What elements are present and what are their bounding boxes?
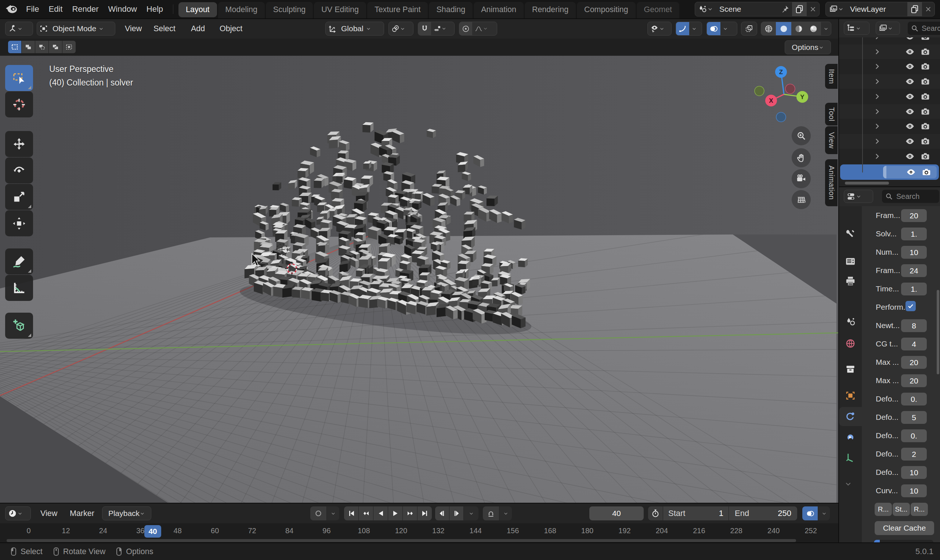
- workspace-tab-layout[interactable]: Layout: [179, 2, 217, 17]
- menu-help[interactable]: Help: [142, 2, 168, 16]
- scene-unlink-button[interactable]: [807, 2, 819, 16]
- disclosure-chevron-icon[interactable]: [873, 122, 881, 131]
- shading-settings[interactable]: [821, 22, 831, 35]
- outliner-search[interactable]: [908, 22, 940, 35]
- viewlayer-browse-button[interactable]: [826, 2, 846, 16]
- outliner-row[interactable]: [839, 45, 940, 59]
- property-value-field[interactable]: 10: [901, 246, 927, 259]
- timeline-menu-view[interactable]: View: [35, 506, 62, 520]
- auto-keying-settings[interactable]: [327, 506, 339, 520]
- properties-tab-physics[interactable]: [839, 407, 862, 426]
- eye-icon[interactable]: [905, 62, 915, 71]
- disclosure-chevron-icon[interactable]: [873, 137, 881, 146]
- viewport-canvas[interactable]: User Perspective (40) Collection | solve…: [0, 56, 838, 503]
- eye-icon[interactable]: [905, 92, 915, 101]
- nav-camera-view-button[interactable]: [792, 169, 811, 188]
- blender-logo-icon[interactable]: [5, 2, 18, 16]
- workspace-tab-rendering[interactable]: Rendering: [525, 2, 576, 18]
- options-dropdown[interactable]: Options: [785, 40, 831, 54]
- timeline-editor-type-button[interactable]: [5, 506, 31, 520]
- tool-move-button[interactable]: [5, 131, 33, 157]
- camera-icon[interactable]: [922, 167, 931, 177]
- disclosure-chevron-icon[interactable]: [873, 37, 881, 41]
- disclosure-chevron-icon[interactable]: [873, 77, 881, 86]
- outliner-row[interactable]: [839, 59, 940, 74]
- camera-icon[interactable]: [920, 37, 930, 42]
- property-value-field[interactable]: 1.: [901, 283, 927, 295]
- proportional-falloff[interactable]: [472, 22, 490, 35]
- property-value-field[interactable]: 24: [901, 264, 927, 277]
- eye-icon[interactable]: [905, 107, 915, 116]
- editor-type-button[interactable]: [5, 22, 33, 35]
- viewport-menu-select[interactable]: Select: [148, 22, 181, 35]
- clear-cache-button[interactable]: Clear Cache: [875, 521, 934, 535]
- workspace-tab-texture-paint[interactable]: Texture Paint: [367, 2, 428, 18]
- pivot-point-button[interactable]: [388, 22, 413, 35]
- eye-icon[interactable]: [905, 122, 915, 131]
- tool-measure-button[interactable]: [5, 275, 33, 301]
- sidebar-tab-view[interactable]: View: [825, 126, 838, 154]
- preview-range-settings[interactable]: [499, 506, 512, 520]
- gizmo-axis-neg-y[interactable]: [755, 86, 764, 96]
- menu-file[interactable]: File: [21, 2, 44, 16]
- scene-name[interactable]: Scene: [716, 5, 778, 14]
- properties-tab-scene[interactable]: [839, 312, 862, 331]
- navigation-gizmo[interactable]: ZXY: [749, 61, 812, 127]
- tool-transform-button[interactable]: [5, 210, 33, 236]
- gizmos-settings[interactable]: [689, 22, 699, 35]
- properties-search-input[interactable]: [895, 192, 936, 201]
- workspace-tab-modeling[interactable]: Modeling: [218, 2, 265, 18]
- scene-pin-button[interactable]: [778, 2, 792, 16]
- outliner-row[interactable]: [839, 37, 940, 44]
- camera-icon[interactable]: [920, 47, 930, 57]
- frame-end-field[interactable]: End250: [729, 506, 797, 520]
- playback-dropdown[interactable]: Playback: [102, 506, 151, 520]
- mode-selector[interactable]: Object Mode: [37, 22, 115, 35]
- property-value-field[interactable]: 2: [901, 448, 927, 460]
- next-keyframe-button[interactable]: [403, 506, 417, 520]
- shading-rendered[interactable]: [806, 22, 821, 35]
- shading-solid[interactable]: [776, 22, 791, 35]
- gizmo-axis-neg-z[interactable]: [776, 112, 786, 122]
- disclosure-chevron-icon[interactable]: [873, 92, 881, 101]
- previous-keyframe-button[interactable]: [359, 506, 373, 520]
- shading-material[interactable]: [791, 22, 806, 35]
- tool-rotate-button[interactable]: [5, 157, 33, 183]
- menu-edit[interactable]: Edit: [44, 2, 67, 16]
- jump-to-start-button[interactable]: [344, 506, 358, 520]
- camera-icon[interactable]: [920, 152, 930, 161]
- select-extend-button[interactable]: [22, 41, 35, 53]
- gizmos-toggle[interactable]: [676, 22, 689, 35]
- outliner-hscrollbar[interactable]: [845, 182, 889, 185]
- select-intersect-button[interactable]: [62, 41, 76, 53]
- outliner-row[interactable]: [839, 74, 940, 89]
- auto-keying-toggle[interactable]: [310, 506, 327, 520]
- sync-settings[interactable]: [818, 506, 830, 520]
- current-frame-field[interactable]: 40: [589, 506, 644, 520]
- outliner-row[interactable]: [839, 134, 940, 149]
- eye-icon[interactable]: [905, 77, 915, 86]
- viewlayer-selector[interactable]: ViewLayer: [826, 2, 935, 17]
- nav-pan-button[interactable]: [792, 148, 811, 167]
- disclosure-chevron-icon[interactable]: [873, 107, 881, 116]
- properties-tab-tool[interactable]: [839, 225, 862, 244]
- tabs-overflow-indicator[interactable]: [844, 480, 852, 490]
- use-preview-range-toggle[interactable]: [648, 506, 663, 520]
- playhead[interactable]: 40: [144, 525, 161, 538]
- property-button[interactable]: St...: [893, 503, 910, 516]
- frame-back-button[interactable]: [435, 506, 449, 520]
- frame-step-settings[interactable]: [464, 506, 478, 520]
- disclosure-chevron-icon[interactable]: [873, 47, 881, 56]
- transform-orientation[interactable]: Global: [325, 22, 384, 35]
- outliner-display-mode-button[interactable]: [844, 22, 869, 35]
- jump-to-end-button[interactable]: [418, 506, 432, 520]
- properties-display-button[interactable]: [844, 190, 873, 203]
- eye-icon[interactable]: [906, 167, 916, 177]
- viewlayer-new-button[interactable]: [907, 2, 922, 16]
- camera-icon[interactable]: [920, 62, 930, 71]
- progress-bar[interactable]: Progress: 2...: [874, 540, 933, 542]
- camera-icon[interactable]: [920, 122, 930, 131]
- outliner-row[interactable]: [839, 104, 940, 119]
- frame-forward-button[interactable]: [450, 506, 463, 520]
- scene-new-button[interactable]: [792, 2, 807, 16]
